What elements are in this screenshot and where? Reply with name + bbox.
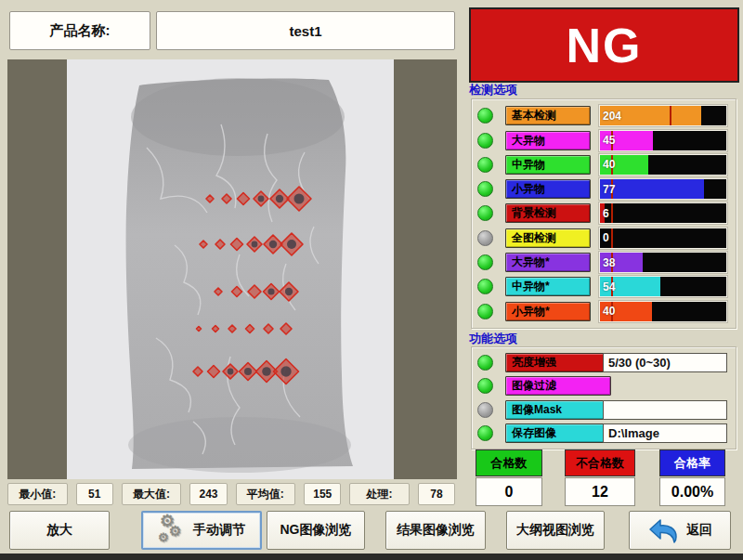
detection-option-button[interactable]: 小异物* xyxy=(505,302,591,321)
detection-option-button[interactable]: 大异物 xyxy=(505,131,591,150)
image-side-mask-left xyxy=(7,59,67,479)
detection-row: 基本检测204 xyxy=(477,106,727,125)
defect-mark-core xyxy=(285,288,293,295)
detection-row: 大异物45 xyxy=(477,131,727,150)
detection-row: 全图检测0 xyxy=(477,228,727,248)
detection-level-bar: 6 xyxy=(599,202,727,224)
function-row: 图像Mask xyxy=(477,400,727,420)
detection-value: 40 xyxy=(603,305,615,318)
defect-mark-core xyxy=(294,194,305,204)
image-stats-row: 最小值: 51 最大值: 243 平均值: 155 处理: 78 xyxy=(7,483,455,505)
image-side-mask-right xyxy=(394,59,457,479)
threshold-marker xyxy=(670,106,671,125)
status-indicator-green xyxy=(477,425,493,441)
threshold-marker xyxy=(611,203,613,223)
defect-mark-core xyxy=(228,369,234,375)
product-name-label: 产品名称: xyxy=(9,11,150,50)
detection-row: 中异物40 xyxy=(477,155,727,175)
function-row: 亮度增强5/30 (0~30) xyxy=(477,353,727,372)
return-button[interactable]: 返回 xyxy=(629,511,731,550)
min-value-label: 最小值: xyxy=(7,483,68,505)
manual-adjust-button[interactable]: ⚙⚙⚙ 手动调节 xyxy=(141,511,262,550)
status-indicator-green xyxy=(477,279,493,294)
detection-value: 204 xyxy=(603,110,621,123)
detection-option-button[interactable]: 小异物 xyxy=(505,179,591,199)
detection-option-button[interactable]: 背景检测 xyxy=(505,203,591,223)
detection-options-title: 检测选项 xyxy=(469,82,517,98)
detection-row: 小异物*40 xyxy=(477,302,727,321)
detection-value: 45 xyxy=(603,134,615,147)
function-field[interactable] xyxy=(603,400,727,420)
detection-option-button[interactable]: 中异物* xyxy=(505,277,591,296)
defect-mark-core xyxy=(280,366,291,376)
function-option-button[interactable]: 图像过滤 xyxy=(505,376,611,396)
detection-value: 40 xyxy=(603,158,615,171)
manual-adjust-label: 手动调节 xyxy=(193,522,245,539)
detection-option-button[interactable]: 大异物* xyxy=(505,253,591,272)
fail-count-label: 不合格数 xyxy=(565,449,635,476)
function-row: 保存图像D:\Image xyxy=(477,423,727,443)
pass-count-value: 0 xyxy=(476,477,542,506)
detection-option-button[interactable]: 中异物 xyxy=(505,155,591,175)
defect-mark-core xyxy=(267,288,274,294)
process-value: 78 xyxy=(418,483,455,505)
result-image-browse-button[interactable]: 结果图像浏览 xyxy=(385,511,486,550)
defect-mark-core xyxy=(276,195,283,202)
status-indicator-green xyxy=(477,304,493,319)
detection-option-button[interactable]: 基本检测 xyxy=(505,106,591,125)
avg-value-label: 平均值: xyxy=(236,483,296,505)
status-indicator-green xyxy=(477,181,493,197)
status-indicator-green xyxy=(477,355,493,371)
outline-view-browse-label: 大纲视图浏览 xyxy=(516,522,594,539)
detection-level-bar: 40 xyxy=(599,154,727,176)
detection-option-button[interactable]: 全图检测 xyxy=(505,228,591,248)
function-field[interactable]: 5/30 (0~30) xyxy=(603,353,727,372)
max-value: 243 xyxy=(189,483,227,505)
min-value: 51 xyxy=(76,483,113,505)
avg-value: 155 xyxy=(304,483,341,505)
detection-level-bar: 45 xyxy=(599,130,727,151)
inspection-result-banner: NG xyxy=(469,7,739,83)
fail-count-box: 不合格数 12 xyxy=(565,449,635,506)
detection-level-bar: 77 xyxy=(599,178,727,200)
gears-icon: ⚙⚙⚙ xyxy=(158,514,188,546)
status-indicator-green xyxy=(477,133,493,149)
detection-row: 小异物77 xyxy=(477,179,727,199)
status-indicator-green xyxy=(477,157,493,173)
result-image-browse-label: 结果图像浏览 xyxy=(397,522,475,539)
function-field[interactable]: D:\Image xyxy=(603,423,727,443)
product-name-field[interactable]: test1 xyxy=(156,11,455,50)
return-arrow-icon xyxy=(647,516,681,544)
detection-level-bar: 54 xyxy=(599,276,727,297)
ng-image-browse-label: NG图像浏览 xyxy=(280,522,352,539)
function-option-button[interactable]: 图像Mask xyxy=(505,400,611,420)
process-label: 处理: xyxy=(349,483,410,505)
status-indicator-green xyxy=(477,205,493,221)
threshold-marker xyxy=(611,228,613,248)
status-indicator-gray xyxy=(477,402,493,418)
ng-image-browse-button[interactable]: NG图像浏览 xyxy=(267,511,365,550)
defect-mark-core xyxy=(287,240,296,249)
max-value-label: 最大值: xyxy=(122,483,182,505)
xray-image-viewport[interactable] xyxy=(7,59,457,479)
pass-rate-box: 合格率 0.00% xyxy=(659,449,725,506)
function-option-button[interactable]: 亮度增强 xyxy=(505,353,611,372)
detection-level-bar: 38 xyxy=(599,252,727,273)
function-row: 图像过滤 xyxy=(477,376,727,396)
detection-level-bar: 40 xyxy=(599,301,727,322)
defect-mark-core xyxy=(269,241,277,248)
pass-rate-label: 合格率 xyxy=(659,449,725,476)
detection-value: 54 xyxy=(603,280,615,293)
pass-count-box: 合格数 0 xyxy=(476,449,542,506)
pass-rate-value: 0.00% xyxy=(659,477,725,506)
function-option-button[interactable]: 保存图像 xyxy=(505,423,611,443)
defect-mark-core xyxy=(262,367,271,376)
defect-mark-core xyxy=(244,368,252,375)
outline-view-browse-button[interactable]: 大纲视图浏览 xyxy=(506,511,605,550)
zoom-in-button[interactable]: 放大 xyxy=(9,511,110,550)
xray-image xyxy=(7,59,457,479)
detection-level-bar: 204 xyxy=(599,105,727,126)
status-indicator-green xyxy=(477,254,493,270)
detection-options-panel: 基本检测204大异物45中异物40小异物77背景检测6全图检测0大异物*38中异… xyxy=(471,98,736,329)
defect-mark-core xyxy=(252,241,258,248)
